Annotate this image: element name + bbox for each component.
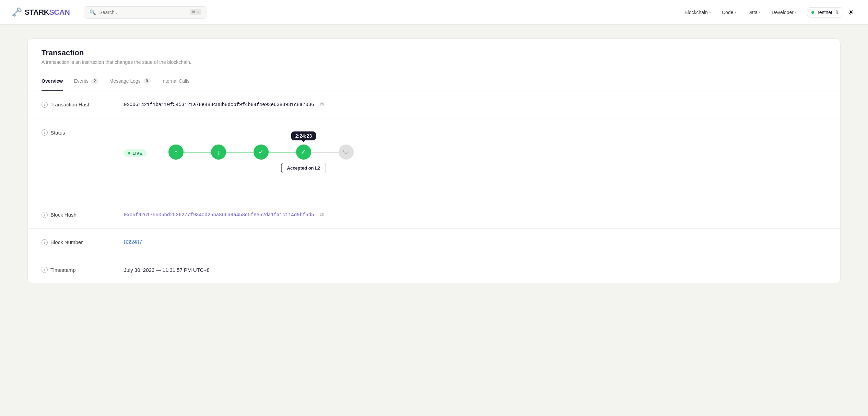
search-icon: 🔍: [90, 9, 96, 15]
message-logs-badge: 0: [143, 78, 151, 84]
info-icon: i: [42, 239, 48, 245]
pipeline-circle-4: ✓: [296, 145, 311, 160]
info-icon: i: [42, 212, 48, 218]
status-label: i Status: [42, 129, 124, 136]
network-label: Testnet: [817, 10, 832, 15]
status-live-dot: [128, 152, 130, 154]
pipeline-line-1: [184, 152, 211, 153]
copy-transaction-hash-button[interactable]: ⧉: [318, 100, 325, 109]
status-badge: LIVE: [124, 149, 146, 157]
card-header: Transaction A transaction is an instruct…: [28, 39, 840, 72]
block-hash-label: i Block Hash: [42, 212, 124, 218]
logo[interactable]: 🗝️ STARKSCAN: [11, 7, 70, 18]
block-number-link[interactable]: 835987: [124, 239, 142, 245]
nav-developer[interactable]: Developer ▾: [767, 7, 801, 18]
pipeline: ↑ ↓ ✓: [168, 129, 354, 177]
chevron-down-icon: ▾: [735, 10, 736, 14]
transaction-card: Transaction A transaction is an instruct…: [27, 38, 841, 284]
info-icon: i: [42, 129, 48, 136]
nav-data[interactable]: Data ▾: [742, 7, 765, 18]
network-selector[interactable]: Testnet ⇅: [807, 7, 843, 18]
pipeline-line-4: [311, 152, 339, 153]
pipeline-step-1: ↑: [168, 145, 184, 160]
accepted-on-l2-label: Accepted on L2: [281, 163, 326, 173]
page-subtitle: A transaction is an instruction that cha…: [42, 59, 826, 65]
block-number-value: 835987: [124, 239, 826, 245]
transaction-hash-label: i Transaction Hash: [42, 102, 124, 108]
timestamp-value: July 30, 2023 — 11:31:57 PM UTC+8: [124, 267, 826, 273]
search-shortcut: ⌘ K: [190, 9, 201, 15]
block-hash-row: i Block Hash 0x05f926175505bd2526277f934…: [28, 201, 840, 229]
search-bar[interactable]: 🔍 ⌘ K: [84, 6, 207, 19]
search-input[interactable]: [99, 10, 187, 15]
pipeline-line-2: [226, 152, 254, 153]
time-badge: 2:24:23: [291, 131, 316, 140]
nav-code[interactable]: Code ▾: [717, 7, 741, 18]
network-status-dot: [811, 11, 814, 14]
status-row: i Status LIVE ↑: [28, 118, 840, 201]
logo-text: STARKSCAN: [25, 8, 70, 17]
navbar: 🗝️ STARKSCAN 🔍 ⌘ K Blockchain ▾ Code ▾ D…: [0, 0, 868, 25]
info-icon: i: [42, 102, 48, 108]
pipeline-circle-3: ✓: [254, 145, 269, 160]
tabs: Overview Events 2 Message Logs 0 Interna…: [28, 72, 840, 91]
timestamp-row: i Timestamp July 30, 2023 — 11:31:57 PM …: [28, 256, 840, 284]
pipeline-step-5: 🛡: [339, 145, 354, 160]
network-arrows-icon: ⇅: [835, 10, 839, 15]
chevron-down-icon: ▾: [759, 10, 761, 14]
status-value-area: LIVE ↑ ↓: [124, 129, 826, 177]
theme-toggle-button[interactable]: ☀: [845, 6, 857, 19]
tab-overview[interactable]: Overview: [42, 72, 63, 91]
nav-blockchain[interactable]: Blockchain ▾: [680, 7, 716, 18]
sun-icon: ☀: [848, 8, 854, 16]
copy-block-hash-button[interactable]: ⧉: [318, 210, 325, 219]
pipeline-circle-5: 🛡: [339, 145, 354, 160]
page-title: Transaction: [42, 48, 826, 57]
pipeline-circle-1: ↑: [168, 145, 184, 160]
chevron-down-icon: ▾: [795, 10, 797, 14]
pipeline-line-3: [269, 152, 296, 153]
pipeline-step-2: ↓: [211, 145, 226, 160]
block-number-row: i Block Number 835987: [28, 229, 840, 256]
tab-message-logs[interactable]: Message Logs 0: [109, 72, 151, 91]
block-hash-value: 0x05f926175505bd2526277f934cd25ba866a9a4…: [124, 210, 826, 219]
transaction-hash-value: 0x0061421f1ba110f5453121a78e488c88b8dcbf…: [124, 100, 826, 109]
pipeline-step-4: 2:24:23 ✓ Accepted on L2: [296, 145, 311, 160]
nav-links: Blockchain ▾ Code ▾ Data ▾ Developer ▾ T…: [680, 6, 857, 19]
block-number-label: i Block Number: [42, 239, 124, 245]
timestamp-label: i Timestamp: [42, 267, 124, 273]
chevron-down-icon: ▾: [709, 10, 711, 14]
pipeline-circle-2: ↓: [211, 145, 226, 160]
logo-icon: 🗝️: [11, 7, 22, 18]
tab-internal-calls[interactable]: Internal Calls: [162, 72, 190, 91]
tab-events[interactable]: Events 2: [74, 72, 98, 91]
events-badge: 2: [91, 78, 98, 84]
info-icon: i: [42, 267, 48, 273]
page-content: Transaction A transaction is an instruct…: [0, 25, 868, 298]
transaction-hash-row: i Transaction Hash 0x0061421f1ba110f5453…: [28, 91, 840, 118]
pipeline-step-3: ✓: [254, 145, 269, 160]
